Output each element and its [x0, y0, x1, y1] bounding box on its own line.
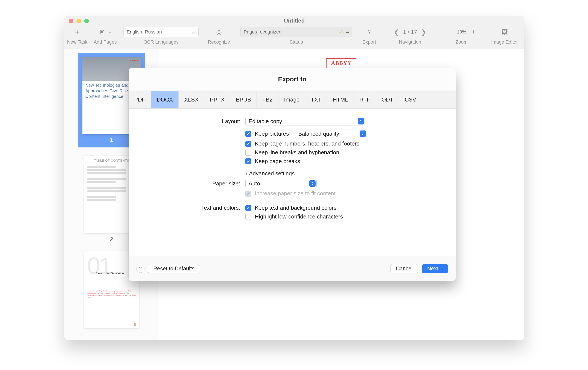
zoom-label: Zoom	[456, 39, 468, 45]
paper-size-select[interactable]: Auto	[245, 179, 317, 188]
picture-quality-value: Balanced quality	[298, 131, 339, 137]
add-pages-label: Add Pages	[94, 39, 117, 45]
help-button[interactable]: ?	[136, 265, 145, 273]
minimize-window-button[interactable]	[76, 19, 81, 23]
close-window-button[interactable]	[69, 19, 74, 23]
export-label: Export	[362, 39, 376, 45]
keep-linebreaks-label: Keep line breaks and hyphenation	[255, 149, 339, 156]
layout-value: Editable copy	[249, 118, 282, 125]
export-icon[interactable]: ⇪	[367, 28, 372, 36]
tab-csv[interactable]: CSV	[399, 91, 422, 108]
tab-epub[interactable]: EPUB	[230, 91, 257, 108]
tab-html[interactable]: HTML	[327, 91, 354, 108]
keep-text-colors-label: Keep text and background colors	[255, 205, 336, 211]
advanced-label: Advanced settings	[249, 170, 294, 177]
picture-quality-select[interactable]: Balanced quality	[295, 129, 367, 138]
recognize-label: Recognize	[208, 39, 230, 45]
layout-label: Layout:	[137, 118, 242, 125]
abbyy-logo: ABBYY	[326, 58, 356, 68]
prev-page-button[interactable]: ❮	[394, 28, 399, 36]
increase-paper-label: Increase paper size to fit content	[255, 190, 336, 197]
image-editor-label: Image Editor	[491, 39, 518, 45]
window-title: Untitled	[284, 17, 305, 24]
increase-paper-check	[245, 191, 251, 196]
next-page-button[interactable]: ❯	[421, 28, 426, 36]
page-icon[interactable]: 🗎	[99, 28, 106, 36]
abbyy-mark: ABBYY	[130, 59, 138, 62]
zoom-out-button[interactable]: −	[447, 28, 452, 36]
warning-icon: ⚠︎	[339, 29, 345, 36]
keep-pictures-check[interactable]	[245, 131, 251, 137]
text-colors-label: Text and colors:	[137, 205, 242, 211]
paper-size-label: Paper size:	[137, 180, 242, 187]
keep-pictures-label: Keep pictures	[255, 131, 289, 137]
keep-linebreaks-check[interactable]	[245, 150, 251, 156]
chevron-down-icon: ⌄	[191, 29, 195, 35]
status-label: Status	[290, 39, 303, 45]
navigation-label: Navigation	[399, 39, 421, 45]
keep-headers-check[interactable]	[245, 141, 251, 147]
tab-xlsx[interactable]: XLSX	[178, 91, 204, 108]
chevron-down-icon[interactable]: ⌄	[109, 30, 111, 34]
new-task-label: New Task	[67, 39, 88, 45]
paper-size-value: Auto	[249, 180, 260, 187]
cancel-button[interactable]: Cancel	[390, 264, 418, 273]
toolbar: ＋ New Task 🗎 ⌄ Add Pages English, Russia…	[64, 25, 524, 49]
zoom-in-button[interactable]: +	[471, 28, 476, 36]
zoom-window-button[interactable]	[84, 19, 89, 23]
ocr-language-value: English, Russian	[127, 29, 162, 35]
plus-icon[interactable]: ＋	[74, 27, 81, 37]
tab-fb2[interactable]: FB2	[257, 91, 278, 108]
status-count: 4	[346, 29, 349, 35]
window-controls	[69, 19, 89, 23]
page-warning-icon: ◧	[134, 322, 137, 326]
updown-icon	[360, 131, 366, 137]
ocr-languages-label: OCR Languages	[143, 39, 178, 45]
page-indicator: 1 / 17	[403, 29, 417, 35]
highlight-low-check[interactable]	[245, 214, 251, 220]
export-options: Layout: Editable copy Keep pictures Bala…	[129, 109, 456, 256]
thumb2-num: 2	[110, 236, 113, 243]
zoom-value: 19%	[457, 29, 466, 35]
titlebar: Untitled	[64, 16, 524, 25]
chevron-down-icon: ▾	[245, 171, 247, 176]
tab-rtf[interactable]: RTF	[354, 91, 376, 108]
keep-text-colors-check[interactable]	[245, 205, 251, 211]
tab-image[interactable]: Image	[278, 91, 305, 108]
tab-docx[interactable]: DOCX	[151, 91, 178, 108]
tab-odt[interactable]: ODT	[376, 91, 399, 108]
dialog-buttonbar: ? Reset to Defaults Cancel Next...	[129, 256, 456, 281]
export-dialog: Export to PDF DOCX XLSX PPTX EPUB FB2 Im…	[129, 68, 456, 281]
advanced-disclosure[interactable]: ▾ Advanced settings	[245, 170, 294, 177]
updown-icon	[358, 118, 364, 124]
tab-txt[interactable]: TXT	[305, 91, 327, 108]
status-text: Pages recognized	[244, 29, 282, 35]
highlight-low-label: Highlight low-confidence characters	[255, 213, 343, 220]
next-button[interactable]: Next...	[422, 264, 448, 273]
reset-defaults-button[interactable]: Reset to Defaults	[148, 264, 200, 273]
keep-pagebreaks-label: Keep page breaks	[255, 158, 300, 164]
layout-select[interactable]: Editable copy	[245, 117, 365, 126]
dialog-title: Export to	[129, 68, 456, 91]
updown-icon	[309, 180, 315, 187]
status-pill[interactable]: Pages recognized ⚠︎ 4	[241, 27, 352, 37]
recognize-icon[interactable]: ◎	[216, 28, 222, 36]
tab-pptx[interactable]: PPTX	[204, 91, 230, 108]
format-tabbar: PDF DOCX XLSX PPTX EPUB FB2 Image TXT HT…	[129, 91, 456, 109]
tab-pdf[interactable]: PDF	[129, 91, 151, 108]
keep-headers-label: Keep page numbers, headers, and footers	[255, 140, 359, 147]
keep-pagebreaks-check[interactable]	[245, 158, 251, 164]
ocr-language-select[interactable]: English, Russian ⌄	[124, 27, 199, 37]
image-icon[interactable]: 🖼	[501, 28, 508, 36]
